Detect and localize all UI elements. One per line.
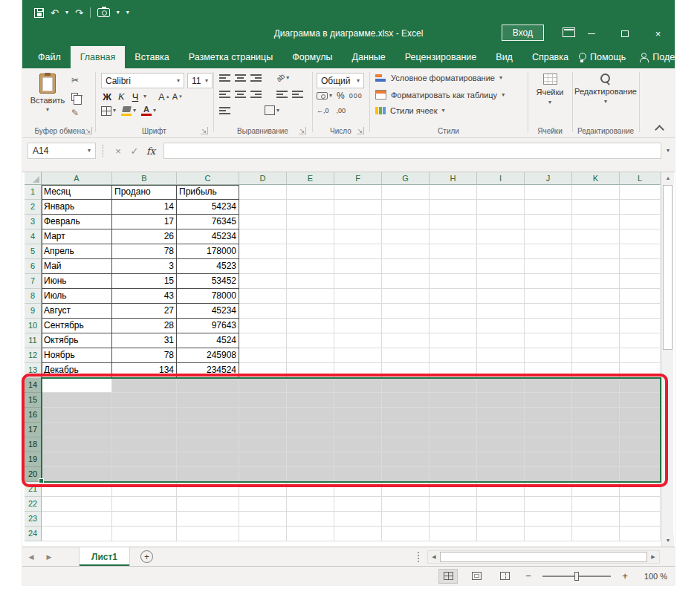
- format-painter-button[interactable]: ✎: [71, 106, 89, 120]
- cell[interactable]: 178000: [177, 244, 239, 259]
- cell[interactable]: [382, 348, 430, 363]
- cell[interactable]: [334, 319, 382, 333]
- percent-button[interactable]: %: [337, 91, 345, 101]
- decrease-indent-icon[interactable]: [276, 89, 288, 99]
- paste-dropdown-icon[interactable]: ▾: [46, 107, 49, 113]
- fill-color-button[interactable]: ▾: [121, 106, 136, 116]
- cell[interactable]: [477, 467, 525, 482]
- close-button[interactable]: ×: [641, 21, 675, 46]
- cell[interactable]: [477, 348, 525, 363]
- bold-button[interactable]: Ж: [101, 91, 113, 102]
- font-dialog-launcher-icon[interactable]: ↘: [201, 127, 208, 134]
- zoom-slider[interactable]: [542, 576, 611, 577]
- cell[interactable]: [477, 423, 525, 437]
- cell[interactable]: [287, 244, 334, 259]
- cell[interactable]: [430, 348, 477, 363]
- cell[interactable]: [177, 408, 239, 423]
- cell[interactable]: [572, 229, 620, 244]
- undo-icon[interactable]: ↶: [51, 7, 59, 19]
- cell[interactable]: 97643: [177, 319, 239, 333]
- cell[interactable]: [572, 215, 620, 229]
- cell[interactable]: [382, 497, 430, 512]
- tab-home[interactable]: Главная: [71, 46, 126, 68]
- cell[interactable]: [620, 363, 661, 378]
- row-header[interactable]: 8: [25, 289, 42, 304]
- row-header[interactable]: 5: [25, 244, 42, 259]
- cell[interactable]: Январь: [42, 200, 112, 215]
- sheet-tab[interactable]: Лист1: [79, 547, 130, 566]
- column-header[interactable]: A: [42, 172, 112, 185]
- cell[interactable]: [239, 423, 287, 437]
- cell[interactable]: [239, 319, 287, 333]
- cell[interactable]: [239, 467, 287, 482]
- cell[interactable]: Октябрь: [42, 333, 112, 348]
- cell[interactable]: 53452: [177, 274, 239, 289]
- merge-center-button[interactable]: ▾: [265, 105, 279, 115]
- cell[interactable]: [382, 215, 430, 229]
- paste-button[interactable]: Вставить ▾: [28, 72, 67, 118]
- cell[interactable]: [42, 482, 112, 497]
- editing-button[interactable]: Редактирование ▾: [572, 71, 639, 105]
- cell[interactable]: [525, 348, 572, 363]
- cell[interactable]: Август: [42, 304, 112, 319]
- cell[interactable]: [477, 363, 525, 378]
- cell[interactable]: [525, 229, 572, 244]
- clipboard-dialog-launcher-icon[interactable]: ↘: [85, 127, 92, 134]
- increase-decimal-icon[interactable]: ←,0: [317, 107, 329, 114]
- row-header[interactable]: 15: [25, 393, 42, 408]
- row-header[interactable]: 6: [25, 259, 42, 274]
- cell[interactable]: [334, 200, 382, 215]
- cell[interactable]: [620, 527, 661, 541]
- cell[interactable]: [430, 527, 477, 541]
- cell[interactable]: [525, 274, 572, 289]
- comma-style-button[interactable]: 000: [349, 92, 363, 100]
- cell[interactable]: [287, 200, 334, 215]
- cell[interactable]: [430, 467, 477, 482]
- cell[interactable]: [382, 259, 430, 274]
- cell[interactable]: [42, 408, 112, 423]
- cell[interactable]: 78: [112, 348, 177, 363]
- formula-input[interactable]: [163, 143, 661, 159]
- cell[interactable]: [525, 333, 572, 348]
- cell[interactable]: 245908: [177, 348, 239, 363]
- cell[interactable]: [620, 319, 661, 333]
- column-header[interactable]: F: [334, 172, 382, 185]
- save-icon[interactable]: [34, 8, 44, 18]
- cell[interactable]: [620, 274, 661, 289]
- column-header[interactable]: J: [525, 172, 572, 185]
- row-header[interactable]: 16: [25, 408, 42, 423]
- align-middle-icon[interactable]: [235, 73, 246, 82]
- cell[interactable]: Продано: [112, 185, 177, 200]
- row-header[interactable]: 7: [25, 274, 42, 289]
- cell[interactable]: Май: [42, 259, 112, 274]
- row-header[interactable]: 21: [25, 482, 42, 497]
- cell[interactable]: 78: [112, 244, 177, 259]
- cell[interactable]: [382, 229, 430, 244]
- cell[interactable]: [177, 512, 239, 527]
- font-size-select[interactable]: 11 ▾: [187, 73, 213, 88]
- assist-button[interactable]: Помощь: [578, 52, 626, 62]
- cell[interactable]: [382, 393, 430, 408]
- cell[interactable]: [177, 393, 239, 408]
- cell[interactable]: [620, 437, 661, 452]
- cell[interactable]: [430, 185, 477, 200]
- cell[interactable]: [239, 437, 287, 452]
- tab-file[interactable]: Файл: [28, 46, 71, 68]
- scroll-right-icon[interactable]: ▶: [647, 551, 659, 563]
- cell[interactable]: [287, 363, 334, 378]
- cell[interactable]: [430, 423, 477, 437]
- cell[interactable]: [287, 467, 334, 482]
- cell[interactable]: [572, 393, 620, 408]
- cell[interactable]: [334, 482, 382, 497]
- cell[interactable]: [525, 244, 572, 259]
- cell[interactable]: [177, 527, 239, 541]
- row-header[interactable]: 3: [25, 215, 42, 229]
- cell[interactable]: [334, 512, 382, 527]
- cell[interactable]: [239, 512, 287, 527]
- wrap-text-icon[interactable]: [219, 105, 230, 115]
- cell[interactable]: [287, 497, 334, 512]
- customize-qat-icon[interactable]: ▾: [126, 10, 129, 16]
- cell[interactable]: [177, 437, 239, 452]
- cell[interactable]: [239, 229, 287, 244]
- cell[interactable]: [177, 497, 239, 512]
